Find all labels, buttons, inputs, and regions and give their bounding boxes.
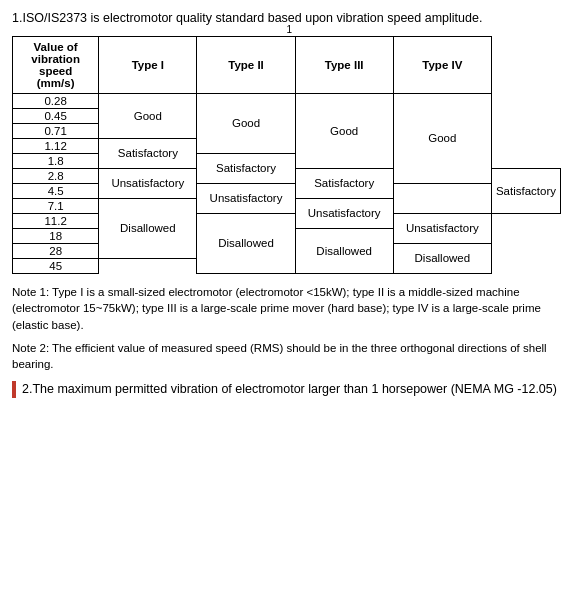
header-type1: Type I xyxy=(99,36,197,93)
type1-disallowed: Disallowed xyxy=(99,198,197,258)
type4-disallowed: Disallowed xyxy=(393,243,491,273)
section2-title: 2.The maximum permitted vibration of ele… xyxy=(22,381,561,399)
footnote-number: 1 xyxy=(287,24,293,35)
type1-unsatisfactory: Unsatisfactory xyxy=(99,168,197,198)
value-45: 45 xyxy=(13,258,99,273)
value-0.45: 0.45 xyxy=(13,108,99,123)
value-18: 18 xyxy=(13,228,99,243)
value-4.5: 4.5 xyxy=(13,183,99,198)
value-11.2: 11.2 xyxy=(13,213,99,228)
table-row: 0.28 Good Good Good Good xyxy=(13,93,561,108)
header-type2: Type II xyxy=(197,36,295,93)
type3-unsatisfactory: Unsatisfactory xyxy=(295,198,393,228)
type2-unsatisfactory: Unsatisfactory xyxy=(197,183,295,213)
value-1.12: 1.12 xyxy=(13,138,99,153)
section2: 2.The maximum permitted vibration of ele… xyxy=(12,381,561,399)
type2-good: Good xyxy=(197,93,295,153)
type2-satisfactory: Satisfactory xyxy=(197,153,295,183)
type3-satisfactory: Satisfactory xyxy=(295,168,393,198)
table-row: 11.2 Disallowed Unsatisfactory xyxy=(13,213,561,228)
value-1.8: 1.8 xyxy=(13,153,99,168)
type1-good: Good xyxy=(99,93,197,138)
type3-disallowed: Disallowed xyxy=(295,228,393,273)
header-type3: Type III xyxy=(295,36,393,93)
value-0.71: 0.71 xyxy=(13,123,99,138)
type4-satisfactory: Satisfactory xyxy=(491,168,560,213)
value-7.1: 7.1 xyxy=(13,198,99,213)
type4-unsatisfactory: Unsatisfactory xyxy=(393,213,491,243)
table-container: 1 Value ofvibration speed(mm/s) Type I T… xyxy=(12,36,561,274)
value-2.8: 2.8 xyxy=(13,168,99,183)
notes-section: Note 1: Type I is a small-sized electrom… xyxy=(12,284,561,373)
type4-good: Good xyxy=(393,93,491,183)
value-0.28: 0.28 xyxy=(13,93,99,108)
table-row: 4.5 Unsatisfactory xyxy=(13,183,561,198)
note2: Note 2: The efficient value of measured … xyxy=(12,340,561,373)
type2-disallowed: Disallowed xyxy=(197,213,295,273)
value-28: 28 xyxy=(13,243,99,258)
section1: 1.ISO/IS2373 is electromotor quality sta… xyxy=(12,10,561,373)
type3-good: Good xyxy=(295,93,393,168)
type1-satisfactory: Satisfactory xyxy=(99,138,197,168)
vibration-table: Value ofvibration speed(mm/s) Type I Typ… xyxy=(12,36,561,274)
header-value: Value ofvibration speed(mm/s) xyxy=(13,36,99,93)
header-type4: Type IV xyxy=(393,36,491,93)
note1: Note 1: Type I is a small-sized electrom… xyxy=(12,284,561,334)
